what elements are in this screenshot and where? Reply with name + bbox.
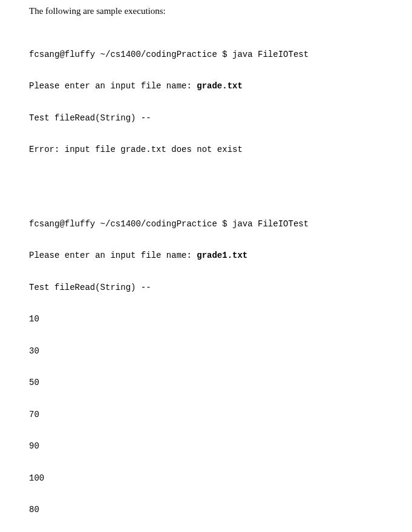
input-prompt-1-value: grade.txt <box>197 81 243 91</box>
section-1: The following are sample executions: fcs… <box>0 0 412 532</box>
value-line: 30 <box>29 346 383 357</box>
cmd-line-2: fcsang@fluffy ~/cs1400/codingPractice $ … <box>29 219 383 230</box>
test-label-1: Test fileRead(String) -- <box>29 113 383 124</box>
value-line: 100 <box>29 473 383 484</box>
cmd-line-1: fcsang@fluffy ~/cs1400/codingPractice $ … <box>29 50 383 61</box>
terminal-block-1: fcsang@fluffy ~/cs1400/codingPractice $ … <box>29 18 383 532</box>
value-line: 90 <box>29 441 383 452</box>
shell-prompt-1: fcsang@fluffy ~/cs1400/codingPractice $ <box>29 50 232 59</box>
blank-line <box>29 177 383 188</box>
input-prompt-2-label: Please enter an input file name: <box>29 251 197 260</box>
shell-prompt-2: fcsang@fluffy ~/cs1400/codingPractice $ <box>29 219 232 229</box>
heading: The following are sample executions: <box>29 6 383 16</box>
value-line: 70 <box>29 410 383 421</box>
shell-command-2: java FileIOTest <box>232 219 309 229</box>
input-prompt-1-label: Please enter an input file name: <box>29 81 197 91</box>
value-line: 80 <box>29 505 383 516</box>
shell-command-1: java FileIOTest <box>232 50 309 59</box>
value-line: 50 <box>29 378 383 389</box>
test-label-2: Test fileRead(String) -- <box>29 283 383 294</box>
error-line-1: Error: input file grade.txt does not exi… <box>29 145 383 156</box>
document-page: The following are sample executions: fcs… <box>0 0 412 532</box>
input-prompt-2-value: grade1.txt <box>197 251 247 260</box>
input-prompt-1: Please enter an input file name: grade.t… <box>29 81 383 92</box>
input-prompt-2: Please enter an input file name: grade1.… <box>29 251 383 261</box>
value-line: 10 <box>29 314 383 325</box>
